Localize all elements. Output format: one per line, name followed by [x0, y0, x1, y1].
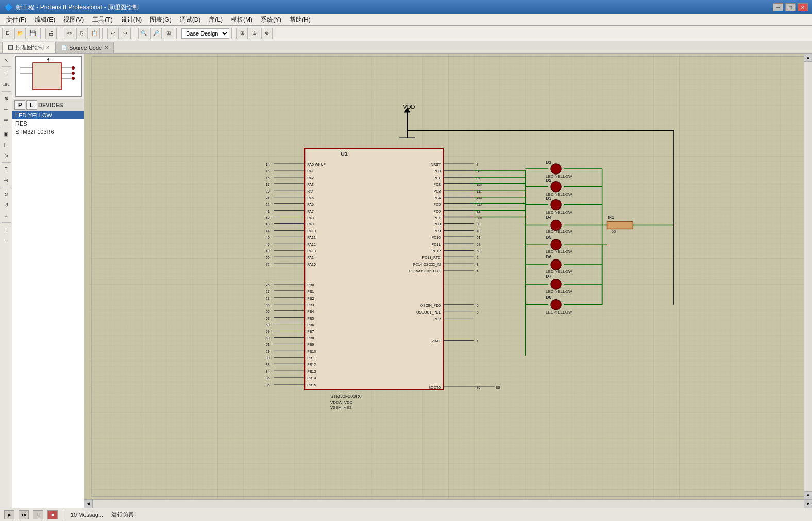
copy-button[interactable]: ⎘: [76, 28, 88, 39]
scroll-up-button[interactable]: ▲: [804, 54, 812, 62]
menu-item-t[interactable]: 工具(T): [88, 14, 116, 25]
print-button[interactable]: 🖨: [45, 28, 57, 39]
cut-button[interactable]: ✂: [64, 28, 75, 39]
zoom-in-button[interactable]: 🔍: [138, 28, 149, 39]
svg-point-6: [72, 66, 75, 70]
menu-item-y[interactable]: 系统(Y): [257, 14, 285, 25]
toolbar: 🗋 📂 💾 🖨 ✂ ⎘ 📋 ↩ ↪ 🔍 🔎 ⊞ Base Design ⊞ ⊕ …: [0, 26, 812, 41]
svg-text:50: 50: [612, 229, 616, 234]
undo-button[interactable]: ↩: [107, 28, 119, 39]
p-button[interactable]: P: [14, 100, 25, 110]
svg-text:PC4: PC4: [434, 196, 441, 200]
svg-text:34: 34: [266, 370, 270, 373]
menu-item-v[interactable]: 视图(V): [59, 14, 88, 25]
svg-text:33: 33: [266, 363, 270, 367]
port-tool[interactable]: ⊳: [1, 150, 11, 161]
tab-schematic-close[interactable]: ✕: [46, 45, 50, 50]
step-button[interactable]: ⏭: [19, 510, 29, 519]
svg-text:PB9: PB9: [307, 343, 314, 346]
component-tool[interactable]: +: [1, 68, 11, 79]
device-item-res[interactable]: RES: [12, 119, 84, 128]
label-tool[interactable]: LBL: [1, 79, 11, 90]
svg-text:LED-YELLOW: LED-YELLOW: [546, 310, 572, 315]
svg-text:PC7: PC7: [434, 216, 441, 220]
device-item-led[interactable]: LED-YELLOW: [12, 111, 84, 119]
wire-tool[interactable]: ─: [1, 104, 11, 114]
vdd-label: VDD: [403, 103, 415, 110]
menu-item-n[interactable]: 设计(N): [117, 14, 146, 25]
grid-button[interactable]: ⊞: [236, 28, 248, 39]
l-button[interactable]: L: [26, 100, 37, 110]
zoom-out-button[interactable]: 🔎: [150, 28, 162, 39]
led-d5: [551, 239, 561, 250]
text-tool[interactable]: T: [1, 164, 11, 175]
select-tool[interactable]: ↖: [1, 55, 11, 65]
svg-text:D2: D2: [546, 178, 551, 183]
menu-item-f[interactable]: 文件(F): [2, 14, 30, 25]
lt-sep-2: [2, 91, 11, 92]
design-selector[interactable]: Base Design: [181, 28, 229, 39]
pause-button[interactable]: ⏸: [33, 510, 43, 519]
rotate-ccw[interactable]: ↺: [1, 200, 11, 210]
minimize-button[interactable]: ─: [773, 3, 783, 11]
svg-text:44: 44: [266, 229, 270, 233]
svg-text:14: 14: [266, 163, 270, 166]
vertical-scrollbar[interactable]: ▲ ▼: [804, 54, 812, 499]
zoom-all-button[interactable]: ⊞: [163, 28, 174, 39]
bus-entry-tool[interactable]: ⊣: [1, 175, 11, 185]
svg-text:PA2: PA2: [307, 176, 314, 180]
svg-text:D8: D8: [546, 294, 551, 300]
svg-text:57: 57: [266, 317, 270, 320]
led-d3: [551, 200, 561, 210]
junction-tool[interactable]: ⊕: [1, 93, 11, 103]
menu-item-d[interactable]: 调试(D): [176, 14, 205, 25]
rotate-cw[interactable]: ↻: [1, 189, 11, 199]
play-button[interactable]: ▶: [4, 510, 14, 519]
svg-text:PB7: PB7: [307, 329, 314, 333]
maximize-button[interactable]: □: [785, 3, 796, 11]
svg-text:OSCIN_PD0: OSCIN_PD0: [420, 304, 441, 308]
flip-h[interactable]: ↔: [1, 211, 11, 221]
paste-button[interactable]: 📋: [89, 28, 100, 39]
resistor-r1: [607, 221, 633, 229]
zoom-in-left[interactable]: +: [1, 224, 11, 235]
tab-schematic[interactable]: 🔲 原理图绘制 ✕: [2, 42, 56, 53]
device-list-header: P L DEVICES: [12, 99, 84, 111]
terminal-tool[interactable]: ⊢: [1, 140, 11, 150]
bus-tool[interactable]: ═: [1, 115, 11, 125]
svg-text:PB14: PB14: [307, 376, 316, 380]
menu-item-e[interactable]: 编辑(E): [30, 14, 59, 25]
svg-text:20: 20: [266, 189, 270, 193]
menu-item-h[interactable]: 帮助(H): [285, 14, 315, 25]
stop-button[interactable]: ■: [47, 510, 58, 519]
menu-item-m[interactable]: 模板(M): [227, 14, 257, 25]
svg-text:PC3: PC3: [434, 189, 441, 193]
subcircuit-tool[interactable]: ▣: [1, 129, 11, 139]
redo-button[interactable]: ↪: [120, 28, 131, 39]
menu-item-l[interactable]: 库(L): [205, 14, 227, 25]
new-button[interactable]: 🗋: [2, 28, 13, 39]
svg-text:10: 10: [478, 183, 482, 186]
scroll-right-button[interactable]: ►: [804, 500, 812, 508]
open-button[interactable]: 📂: [14, 28, 26, 39]
scroll-down-button[interactable]: ▼: [804, 491, 812, 499]
svg-marker-10: [47, 58, 50, 60]
canvas-area[interactable]: VDD U1 PA0-WKUP 14 PA1 15 PA2 1: [84, 54, 812, 508]
svg-text:1: 1: [477, 339, 479, 343]
tab-sourcecode-close[interactable]: ✕: [104, 45, 108, 50]
svg-text:OSCOUT_PD1: OSCOUT_PD1: [416, 310, 441, 315]
svg-text:NRST: NRST: [431, 163, 441, 166]
scroll-left-button[interactable]: ◄: [84, 500, 93, 508]
left-toolbar: ↖ + LBL ⊕ ─ ═ ▣ ⊢ ⊳ T ⊣ ↻ ↺ ↔ + -: [0, 54, 12, 508]
save-button[interactable]: 💾: [27, 28, 38, 39]
svg-text:D1: D1: [546, 160, 551, 165]
tab-sourcecode[interactable]: 📄 Source Code ✕: [56, 42, 114, 53]
origin-button[interactable]: ⊕: [249, 28, 260, 39]
device-item-stm32[interactable]: STM32F103R6: [12, 128, 84, 136]
horizontal-scrollbar[interactable]: ◄ ►: [84, 499, 812, 508]
snap-button[interactable]: ⊗: [261, 28, 273, 39]
zoom-out-left[interactable]: -: [1, 235, 11, 246]
menu-item-g[interactable]: 图表(G): [146, 14, 175, 25]
svg-text:D3: D3: [546, 196, 551, 201]
close-button[interactable]: ✕: [798, 3, 808, 11]
